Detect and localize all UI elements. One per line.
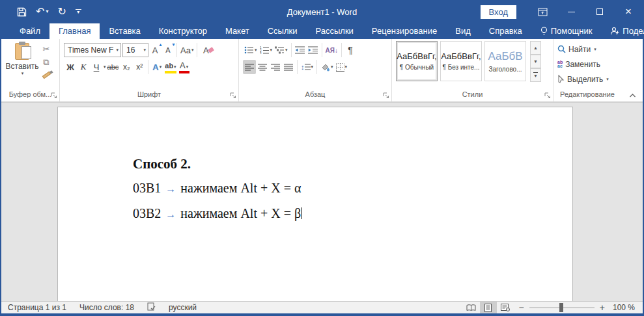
select-button[interactable]: Выделить ▾ [557, 72, 619, 86]
zoom-slider-thumb[interactable] [559, 303, 563, 312]
style-normal[interactable]: АаБбВвГг, ¶ Обычный [396, 41, 438, 81]
bullets-button[interactable]: ▾ [243, 43, 259, 57]
tab-mailings[interactable]: Рассылки [306, 23, 362, 39]
web-layout-button[interactable] [497, 302, 514, 313]
tab-view[interactable]: Вид [446, 23, 480, 39]
save-button[interactable] [17, 7, 27, 17]
replace-icon: abac [557, 60, 563, 68]
styles-scroll-up-button[interactable]: ▲ [530, 41, 541, 55]
numbering-icon: 123 [260, 46, 270, 54]
styles-dialog-launcher-icon[interactable] [544, 92, 551, 99]
subscript-button[interactable]: x₂ [120, 60, 133, 74]
tab-home[interactable]: Главная [49, 23, 100, 39]
copy-icon: ⧉ [43, 57, 49, 68]
ribbon-display-options-button[interactable] [528, 0, 557, 23]
strikethrough-button[interactable]: abc [106, 60, 120, 74]
search-icon [557, 45, 566, 53]
change-case-button[interactable]: Aa▾ [179, 43, 195, 57]
tab-assistant[interactable]: Помощник [531, 23, 602, 39]
maximize-button[interactable] [585, 0, 614, 23]
tab-layout[interactable]: Макет [216, 23, 259, 39]
underline-button[interactable]: Ч [90, 60, 103, 74]
paragraph-group: ▾ 123 ▾ ▾ [239, 39, 392, 101]
tab-help[interactable]: Справка [480, 23, 531, 39]
tab-review[interactable]: Рецензирование [363, 23, 446, 39]
styles-scroll-down-button[interactable]: ▼ [530, 55, 541, 68]
doc-line-2: 03B2 → нажимаем Alt + X = β [133, 206, 572, 222]
format-painter-button[interactable] [39, 70, 53, 81]
line-spacing-button[interactable]: ↕ ▾ [300, 60, 315, 74]
document-page[interactable]: Способ 2. 03B1 → нажимаем Alt + X = α 03… [57, 107, 573, 301]
find-button[interactable]: Найти ▾ [557, 42, 619, 57]
redo-button[interactable]: ↻ [57, 7, 66, 17]
customize-qat-button[interactable]: ▾ [76, 9, 81, 14]
bold-button[interactable]: Ж [64, 60, 77, 74]
shrink-font-button[interactable]: А▼ [161, 43, 175, 57]
superscript-button[interactable]: x² [133, 60, 146, 74]
font-size-combobox[interactable]: 16 ▾ [122, 43, 148, 57]
arrow-glyph: → [164, 183, 177, 194]
read-mode-button[interactable] [463, 302, 480, 313]
close-button[interactable]: × [614, 0, 643, 23]
grow-font-button[interactable]: А▲ [148, 43, 161, 57]
increase-indent-button[interactable] [307, 43, 320, 57]
font-dialog-launcher-icon[interactable] [230, 92, 236, 99]
highlight-button[interactable]: ab ▾ [163, 60, 177, 74]
page-count-indicator[interactable]: Страница 1 из 1 [1, 303, 73, 312]
borders-button[interactable]: ▾ [335, 60, 349, 74]
zoom-slider[interactable] [529, 308, 595, 308]
word-count-indicator[interactable]: Число слов: 18 [73, 303, 141, 312]
editing-group-label: Редактирование [560, 90, 615, 98]
paste-button[interactable]: Вставить ▾ [5, 42, 39, 89]
highlight-color-swatch [165, 71, 176, 73]
clipboard-group-label: Буфер обм... [9, 90, 52, 98]
tab-design[interactable]: Конструктор [150, 23, 216, 39]
style-no-spacing[interactable]: АаБбВвГг, ¶ Без инте... [440, 41, 482, 81]
paragraph-dialog-launcher-icon[interactable] [383, 92, 389, 99]
minimize-button[interactable] [557, 0, 585, 23]
document-area: Способ 2. 03B1 → нажимаем Alt + X = α 03… [1, 102, 643, 301]
align-left-button[interactable] [243, 60, 256, 74]
font-name-combobox[interactable]: Times New F ▾ [64, 43, 121, 57]
shading-button[interactable]: ▾ [319, 60, 335, 74]
underline-dropdown-icon[interactable]: ▾ [104, 64, 106, 70]
multilevel-list-button[interactable]: ▾ [273, 43, 289, 57]
clear-formatting-button[interactable]: А [199, 43, 212, 57]
sign-in-button[interactable]: Вход [481, 5, 516, 19]
styles-gallery-more-button[interactable]: ▼ [530, 68, 541, 82]
align-right-button[interactable] [269, 60, 282, 74]
tab-references[interactable]: Ссылки [259, 23, 307, 39]
highlight-icon: ab [165, 62, 173, 70]
clipboard-group: Вставить ▾ ✂ ⧉ Буфер обм... [1, 39, 60, 101]
proofing-status-button[interactable] [141, 302, 162, 313]
decrease-indent-button[interactable] [294, 43, 307, 57]
justify-button[interactable] [282, 60, 295, 74]
language-indicator[interactable]: русский [162, 303, 203, 312]
zoom-level-indicator[interactable]: 100 % [610, 303, 643, 312]
replace-button[interactable]: abac Заменить [557, 57, 619, 72]
numbering-button[interactable]: 123 ▾ [259, 43, 274, 57]
font-color-icon: А [180, 60, 186, 70]
undo-button[interactable]: ↶ ▾ [36, 7, 48, 17]
pilcrow-icon: ¶ [348, 45, 353, 55]
paste-dropdown-icon[interactable]: ▾ [21, 71, 24, 76]
tab-file[interactable]: Файл [10, 23, 49, 39]
cut-button[interactable]: ✂ [39, 44, 53, 55]
sort-button[interactable]: АЯ↓ [324, 43, 339, 57]
collapse-ribbon-button[interactable] [629, 92, 636, 99]
align-center-button[interactable] [256, 60, 269, 74]
style-heading1[interactable]: АаБбВ Заголово... [484, 41, 526, 81]
tab-insert[interactable]: Вставка [100, 23, 149, 39]
show-hide-marks-button[interactable]: ¶ [344, 43, 357, 57]
undo-dropdown-icon[interactable]: ▾ [46, 9, 48, 14]
italic-button[interactable]: К [77, 60, 90, 74]
copy-button[interactable]: ⧉ [39, 57, 53, 68]
maximize-icon [596, 8, 603, 15]
print-layout-button[interactable] [480, 302, 497, 313]
font-color-button[interactable]: А ▾ [178, 60, 191, 74]
zoom-out-button[interactable]: − [514, 302, 529, 313]
zoom-in-button[interactable]: + [595, 302, 610, 313]
tab-share[interactable]: Поделиться [601, 23, 644, 39]
text-effects-button[interactable]: А ▾ [150, 60, 163, 74]
clipboard-dialog-launcher-icon[interactable] [51, 92, 57, 99]
